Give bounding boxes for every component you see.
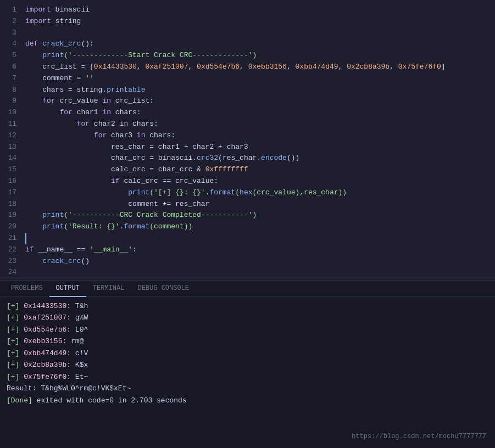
line-number: 17	[4, 187, 16, 199]
code-line: calc_crc = char_crc & 0xffffffff	[25, 164, 491, 176]
panel-tab-debug-console[interactable]: DEBUG CONSOLE	[131, 281, 196, 297]
line-number: 3	[4, 27, 16, 39]
code-line: print('Result: {}'.format(comment))	[25, 221, 491, 233]
editor-area: 123456789101112131415161718192021222324 …	[0, 0, 495, 280]
code-line: crc_list = [0x14433530, 0xaf251007, 0xd5…	[25, 61, 491, 73]
code-line	[25, 27, 491, 39]
line-number: 9	[4, 96, 16, 107]
panel-footer-link[interactable]: https://blog.csdn.net/mochu7777777	[352, 432, 486, 443]
code-content[interactable]: import binasciiimport string def crack_c…	[23, 0, 495, 280]
code-line: comment = ''	[25, 73, 491, 85]
output-line: Result: T&hg%WL0^rm@c!VK$xEt~	[7, 383, 488, 394]
line-number: 23	[4, 256, 16, 267]
line-number: 14	[4, 153, 16, 164]
line-number: 19	[4, 210, 16, 221]
line-number: 24	[4, 267, 16, 278]
line-numbers: 123456789101112131415161718192021222324	[0, 0, 23, 280]
line-number: 11	[4, 119, 16, 130]
code-line: def crack_crc():	[25, 38, 491, 50]
code-line: crack_crc()	[25, 256, 491, 267]
line-number: 21	[4, 233, 16, 244]
line-number: 22	[4, 244, 16, 256]
line-number: 15	[4, 164, 16, 176]
code-line: for crc_value in crc_list:	[25, 96, 491, 107]
line-number: 5	[4, 50, 16, 61]
output-line: [+] 0x14433530: T&h	[7, 300, 488, 312]
line-number: 1	[4, 4, 16, 16]
output-line: [+] 0x2cb8a39b: K$x	[7, 359, 488, 371]
output-line: [Done] exited with code=0 in 2.703 secon…	[7, 395, 488, 406]
line-number: 2	[4, 16, 16, 27]
code-line	[25, 233, 491, 244]
panel-tab-output[interactable]: OUTPUT	[49, 281, 86, 297]
bottom-panel: PROBLEMSOUTPUTTERMINALDEBUG CONSOLE [+] …	[0, 280, 495, 448]
code-line: import string	[25, 16, 491, 27]
code-line: for char2 in chars:	[25, 119, 491, 130]
panel-tab-terminal[interactable]: TERMINAL	[86, 281, 131, 297]
line-number: 8	[4, 85, 16, 96]
code-line: import binascii	[25, 4, 491, 16]
output-line: [+] 0x75fe76f0: Et~	[7, 371, 488, 383]
code-line: if calc_crc == crc_value:	[25, 176, 491, 187]
line-number: 10	[4, 107, 16, 119]
code-line: for char3 in chars:	[25, 130, 491, 142]
code-line: print('-------------Start Crack CRC-----…	[25, 50, 491, 61]
panel-content: [+] 0x14433530: T&h[+] 0xaf251007: g%W[+…	[0, 297, 495, 448]
line-number: 12	[4, 130, 16, 142]
line-number: 13	[4, 142, 16, 153]
line-number: 6	[4, 61, 16, 73]
output-line: [+] 0xaf251007: g%W	[7, 312, 488, 323]
line-number: 20	[4, 221, 16, 233]
line-number: 7	[4, 73, 16, 85]
panel-tab-problems[interactable]: PROBLEMS	[4, 281, 49, 297]
output-line: [+] 0xbb474d49: c!V	[7, 348, 488, 359]
code-line: res_char = char1 + char2 + char3	[25, 142, 491, 153]
code-line: for char1 in chars:	[25, 107, 491, 119]
output-line: [+] 0xd554e7b6: L0^	[7, 324, 488, 335]
code-line: if __name__ == '__main__':	[25, 244, 491, 256]
code-line	[25, 267, 491, 278]
code-line: print('[+] {}: {}'.format(hex(crc_value)…	[25, 187, 491, 199]
code-line: print('-----------CRC Crack Completed---…	[25, 210, 491, 221]
line-number: 18	[4, 199, 16, 210]
line-number: 16	[4, 176, 16, 187]
code-line: comment += res_char	[25, 199, 491, 210]
line-number: 4	[4, 38, 16, 50]
code-line: chars = string.printable	[25, 85, 491, 96]
code-line: char_crc = binascii.crc32(res_char.encod…	[25, 153, 491, 164]
panel-tabs: PROBLEMSOUTPUTTERMINALDEBUG CONSOLE	[0, 281, 495, 297]
output-line: [+] 0xebb3156: rm@	[7, 335, 488, 347]
